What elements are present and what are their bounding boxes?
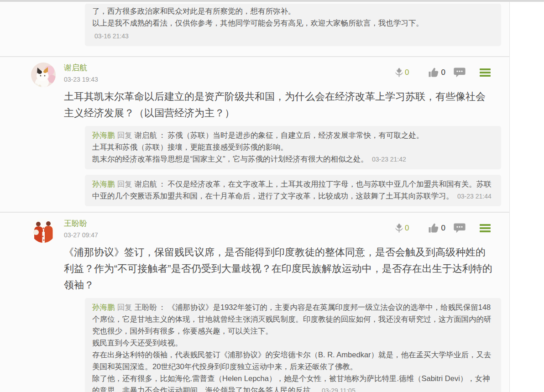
cat-avatar-image [31, 63, 56, 87]
avatar[interactable] [31, 63, 56, 87]
comment-thread-partial: 了，西方很多政治家和民众对此是有所察觉的，想有所弥补。 以上是我不成熟的看法，仅… [0, 2, 509, 56]
reply-author[interactable]: 孙海鹏 [92, 180, 115, 188]
reply-paragraph: 土耳其和苏俄（苏联）接壤，更能直接感受到苏俄的影响。 [92, 141, 493, 153]
thumbs-up-icon [429, 223, 439, 233]
reply-text: 凯末尔的经济改革指导思想是“国家主义”，它与苏俄的计划经济有很大的相似之处。 [92, 155, 368, 163]
reply-box: 孙海鹏回复谢启航：苏俄（苏联）当时是进步的象征，自建立后，经济发展非常快，有可取… [85, 126, 501, 169]
vote-flower-button[interactable]: 0 [395, 223, 409, 233]
reply-paragraph: 存在出身达利特的领袖，代表贱民签订《浦那协议》的安培德卡尔（B. R. Ambe… [92, 349, 493, 372]
reply-author[interactable]: 孙海鹏 [92, 131, 115, 139]
reply-text-line: 了，西方很多政治家和民众对此是有所察觉的，想有所弥补。 [92, 5, 493, 17]
reply-paragraph: 孙海鹏回复王盼盼：《浦那协议》是1932年签订的，主要内容是在英属印度邦一级立法… [92, 301, 493, 337]
avatar[interactable] [31, 218, 56, 243]
comment-bubble-icon [454, 223, 466, 233]
reply-timestamp: 03-29 11:05 [322, 387, 356, 392]
discussion-thread-panel: 了，西方很多政治家和民众对此是有所察觉的，想有所弥补。 以上是我不成熟的看法，仅… [0, 2, 510, 392]
reply-target-author[interactable]: 谢启航 [135, 180, 157, 188]
reply-word: 回复 [117, 131, 132, 139]
like-count: 0 [441, 68, 445, 77]
comment-question-text: 《浦那协议》签订，保留贱民议席，是否能得到印度教徒的整体同意，是否会触及到高级种… [64, 244, 492, 293]
comment-question-text: 土耳其凯末尔革命以后建立的是资产阶级共和国，为什么会在经济改革上学习苏联，有些像… [64, 89, 492, 121]
comment-reply-button[interactable] [454, 68, 466, 78]
reply-author[interactable]: 孙海鹏 [92, 303, 115, 311]
reply-text: 除了他，还有很多，比如海伦.雷普查（Helen Lepcha），她是个女性，被甘… [92, 374, 490, 392]
reply-target-author[interactable]: 王盼盼 [135, 303, 157, 311]
reply-paragraph: 贱民直到今天还受到歧视。 [92, 337, 493, 349]
reply-word: 回复 [117, 180, 132, 188]
like-button[interactable]: 0 [429, 68, 445, 77]
hamburger-menu-icon[interactable] [480, 68, 491, 77]
vote-count: 0 [405, 224, 409, 233]
reply-paragraph: 除了他，还有很多，比如海伦.雷普查（Helen Lepcha），她是个女性，被甘… [92, 372, 493, 392]
reply-paragraph: 孙海鹏回复谢启航：苏俄（苏联）当时是进步的象征，自建立后，经济发展非常快，有可取… [92, 129, 493, 141]
comment-thread: 谢启航 03-23 19:43 0 0 [0, 57, 509, 212]
reply-timestamp: 03-23 21:44 [457, 193, 492, 200]
reply-box: 孙海鹏回复王盼盼：《浦那协议》是1932年签订的，主要内容是在英属印度邦一级立法… [85, 298, 501, 392]
reply-timestamp: 03-23 21:42 [372, 156, 406, 163]
reply-text-line: 以上是我不成熟的看法，仅供你参考，其他同学可能会另有高见，欢迎大家畅所欲言，我也… [92, 17, 493, 29]
reply-target-author[interactable]: 谢启航 [135, 131, 157, 139]
flower-icon [395, 223, 403, 233]
comment-actions: 0 0 [395, 67, 491, 78]
like-button[interactable]: 0 [429, 223, 445, 233]
reply-text: 苏俄（苏联）当时是进步的象征，自建立后，经济发展非常快，有可取之处。 [168, 131, 424, 139]
vote-flower-button[interactable]: 0 [395, 67, 409, 78]
reply-box: 了，西方很多政治家和民众对此是有所察觉的，想有所弥补。 以上是我不成熟的看法，仅… [85, 4, 501, 46]
reply-word: 回复 [117, 303, 132, 311]
comment-bubble-icon [454, 68, 466, 78]
vote-count: 0 [405, 68, 409, 77]
reply-paragraph: 孙海鹏回复谢启航：不仅是经济改革，在文字改革上，土耳其改用拉丁字母，也与苏联中亚… [92, 178, 493, 202]
like-count: 0 [441, 224, 445, 233]
flower-icon [395, 67, 403, 78]
reply-box: 孙海鹏回复谢启航：不仅是经济改革，在文字改革上，土耳其改用拉丁字母，也与苏联中亚… [85, 175, 501, 206]
reply-paragraph: 凯末尔的经济改革指导思想是“国家主义”，它与苏俄的计划经济有很大的相似之处。03… [92, 153, 493, 165]
reply-timestamp: 03-16 21:43 [92, 30, 493, 42]
comment-thread: 王盼盼 03-27 09:47 0 0 [0, 213, 509, 392]
comment-actions: 0 0 [395, 223, 491, 233]
couple-avatar-image [31, 218, 56, 243]
hamburger-menu-icon[interactable] [480, 224, 491, 232]
thumbs-up-icon [429, 68, 439, 77]
comment-reply-button[interactable] [454, 223, 466, 233]
